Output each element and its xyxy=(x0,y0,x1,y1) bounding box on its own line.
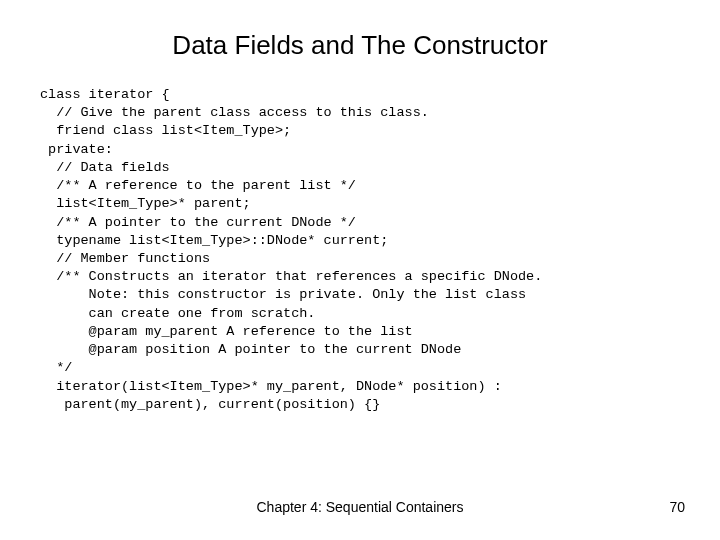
code-block: class iterator { // Give the parent clas… xyxy=(40,86,680,414)
footer-text: Chapter 4: Sequential Containers xyxy=(0,499,720,515)
page-number: 70 xyxy=(669,499,685,515)
slide-title: Data Fields and The Constructor xyxy=(40,30,680,61)
slide: Data Fields and The Constructor class it… xyxy=(0,0,720,540)
